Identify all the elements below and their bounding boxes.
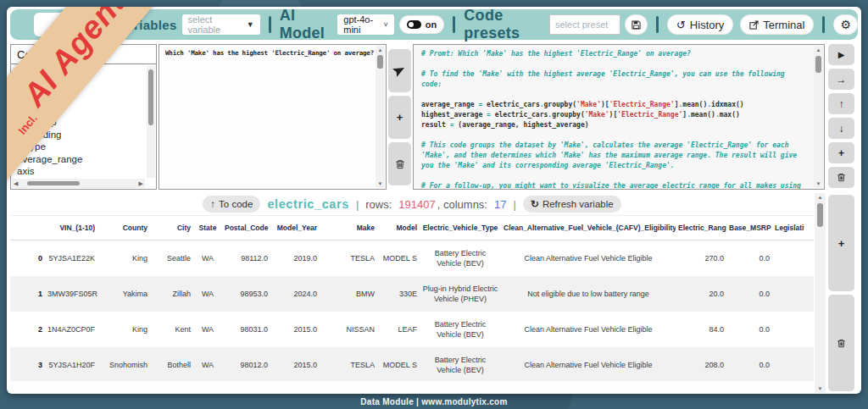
settings-button[interactable]: ⚙: [833, 14, 858, 35]
table-header-cell[interactable]: VIN_(1-10): [45, 223, 97, 233]
toolbar-divider: [453, 16, 455, 33]
table-cell: Snohomish: [97, 360, 150, 370]
table-cell: NISSAN: [320, 324, 377, 334]
delete-code-button[interactable]: [828, 167, 854, 188]
ai-response-panel: # Promt: Which 'Make' has the highest 'E…: [413, 44, 825, 190]
scroll-down-icon[interactable]: ▼: [815, 384, 826, 393]
terminal-button[interactable]: Terminal: [740, 14, 814, 35]
ai-response-code: # Promt: Which 'Make' has the highest 'E…: [414, 45, 813, 189]
scrollbar-thumb[interactable]: [815, 56, 821, 73]
plus-icon: +: [397, 111, 403, 124]
table-cell: 5YJSA1E22K: [45, 253, 97, 263]
table-vertical-scrollbar[interactable]: ▲ ▼: [815, 193, 826, 393]
table-header-cell[interactable]: State: [193, 223, 222, 233]
ai-toggle[interactable]: on: [399, 15, 444, 34]
table-cell: Yakima: [97, 289, 150, 299]
prompt-scrollbar[interactable]: ▲ ▼: [376, 46, 385, 188]
response-scrollbar[interactable]: ▲ ▼: [814, 46, 823, 188]
scroll-left-icon[interactable]: ◀: [14, 180, 18, 186]
to-code-label: To code: [219, 199, 253, 209]
scroll-down-icon[interactable]: ▼: [376, 180, 385, 188]
trash-icon: [837, 339, 846, 348]
model-select[interactable]: gpt-4o-mini ˅: [337, 14, 394, 35]
code-element-item[interactable]: axis: [17, 165, 146, 178]
columns-count: 17: [494, 198, 506, 211]
table-cell: 98031.0: [222, 324, 270, 334]
arrow-right-icon: →: [837, 74, 847, 86]
move-down-button[interactable]: ↓: [828, 118, 854, 139]
history-button[interactable]: ↺ History: [667, 14, 733, 35]
preset-input[interactable]: [549, 14, 620, 35]
rows-count: 191407: [398, 198, 435, 211]
table-header-cell[interactable]: Electric_Range: [676, 223, 726, 233]
table-header-cell[interactable]: Electric_Vehicle_Type: [420, 223, 501, 233]
table-header-cell[interactable]: Legislativ: [772, 223, 804, 233]
table-header-row: VIN_(1-10)CountyCityStatePostal_CodeMode…: [10, 215, 814, 240]
table-cell: 0.0: [726, 324, 772, 334]
table-cell: BMW: [320, 289, 377, 299]
arrow-down-icon: ↓: [839, 123, 844, 135]
scroll-up-icon[interactable]: ▲: [815, 193, 826, 202]
prompt-textarea[interactable]: Which 'Make' has the highest 'Electric_R…: [159, 45, 376, 189]
table-cell: 2015.0: [270, 360, 320, 370]
variable-select-placeholder: select variable: [188, 14, 242, 35]
clear-prompt-button[interactable]: [388, 142, 411, 185]
chevron-down-icon: ˅: [384, 20, 388, 29]
table-header-cell[interactable]: Clean_Alternative_Fuel_Vehicle_(CAFV)_El…: [501, 223, 676, 233]
paper-plane-icon: [392, 64, 408, 79]
arrow-up-icon: ↑: [839, 98, 844, 110]
scroll-up-icon[interactable]: ▲: [376, 46, 385, 54]
table-header-cell[interactable]: Make: [320, 223, 377, 233]
add-prompt-button[interactable]: +: [388, 96, 411, 139]
table-header-cell[interactable]: Base_MSRP: [726, 223, 772, 233]
scroll-right-icon[interactable]: ▶: [139, 180, 143, 186]
code-line: # Promt: Which 'Make' has the highest 'E…: [421, 49, 808, 59]
plus-icon: +: [838, 147, 844, 159]
table-cell: Clean Alternative Fuel Vehicle Eligible: [501, 360, 676, 370]
scrollbar-thumb[interactable]: [148, 69, 153, 125]
table-cell: Not eligible due to low battery range: [501, 289, 676, 299]
table-header-cell[interactable]: Postal_Code: [222, 223, 270, 233]
code-line: # For a follow-up, you might want to vis…: [421, 181, 808, 189]
code-element-item[interactable]: average_range: [17, 153, 146, 166]
scroll-down-icon[interactable]: ▼: [814, 180, 823, 188]
table-cell: 2015.0: [270, 324, 320, 334]
table-header-cell[interactable]: County: [97, 223, 150, 233]
table-horizontal-scrollbar[interactable]: [10, 381, 814, 393]
code-line: [421, 59, 808, 69]
table-header-cell[interactable]: City: [150, 223, 193, 233]
code-elements-horizontal-scrollbar[interactable]: ◀ ▶: [12, 179, 145, 188]
add-code-button[interactable]: +: [828, 142, 854, 163]
variable-select[interactable]: select variable ▼: [182, 14, 260, 35]
scroll-up-icon[interactable]: ▲: [814, 46, 823, 54]
ribbon-incl-text: Incl.: [15, 112, 39, 137]
floppy-save-icon: [632, 20, 641, 30]
table-cell: 98012.0: [222, 360, 270, 370]
scrollbar-thumb[interactable]: [817, 203, 823, 227]
move-right-button[interactable]: →: [828, 69, 854, 90]
save-preset-button[interactable]: [625, 14, 648, 35]
table-cell: Battery Electric Vehicle (BEV): [420, 319, 501, 340]
toolbar-divider: [822, 16, 825, 33]
to-code-button[interactable]: ↑ To code: [203, 196, 260, 213]
chevron-down-icon: ▼: [247, 20, 254, 29]
delete-variable-button[interactable]: [828, 295, 854, 391]
scrollbar-thumb[interactable]: [377, 55, 383, 69]
code-elements-vertical-scrollbar[interactable]: [147, 66, 155, 178]
table-cell: Battery Electric Vehicle (BEV): [420, 248, 501, 268]
table-header-cell[interactable]: Model: [377, 223, 420, 233]
move-up-button[interactable]: ↑: [828, 93, 854, 114]
run-code-button[interactable]: ▶: [828, 44, 854, 65]
table-cell: 270.0: [676, 253, 726, 263]
refresh-variable-button[interactable]: ↻ Refresh variable: [523, 196, 621, 213]
refresh-icon: ↻: [531, 198, 539, 210]
data-table: VIN_(1-10)CountyCityStatePostal_CodeMode…: [10, 215, 814, 383]
table-cell: 98112.0: [222, 253, 270, 263]
table-row: 21N4AZ0CP0FKingKentWA98031.02015.0NISSAN…: [10, 312, 814, 347]
table-cell: WA: [193, 324, 222, 334]
scrollbar-thumb[interactable]: [27, 181, 80, 185]
add-variable-button[interactable]: +: [828, 195, 854, 291]
send-prompt-button[interactable]: [388, 49, 411, 92]
footer-text: Data Module | www.modulytix.com: [360, 397, 507, 406]
table-header-cell[interactable]: Model_Year: [270, 223, 320, 233]
